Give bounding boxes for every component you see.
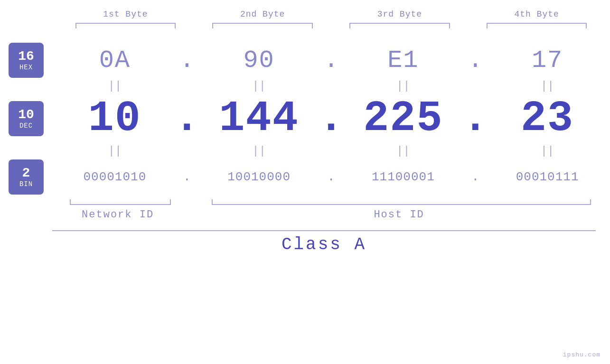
dec-dot3: . bbox=[466, 94, 485, 143]
class-section: Class A bbox=[0, 230, 610, 254]
dec-b1: 10 bbox=[52, 94, 178, 143]
byte-headers: 1st Byte 2nd Byte 3rd Byte 4th Byte bbox=[0, 9, 610, 19]
hex-b1: 0A bbox=[52, 47, 178, 75]
equals-row-2: || || || || bbox=[0, 145, 610, 158]
bin-b1: 00001010 bbox=[52, 170, 178, 184]
dec-values: 10 . 144 . 225 . 23 bbox=[52, 94, 610, 143]
bin-dot3: . bbox=[466, 170, 485, 184]
class-bracket-line bbox=[52, 230, 596, 231]
bin-row: 2 BIN 00001010 . 10010000 . 11100001 . bbox=[0, 159, 610, 195]
byte4-header: 4th Byte bbox=[478, 9, 596, 19]
hex-dot2: . bbox=[322, 47, 341, 75]
bracket-top-1 bbox=[66, 23, 185, 28]
dec-badge: 10 DEC bbox=[9, 101, 44, 136]
byte3-header: 3rd Byte bbox=[341, 9, 459, 19]
bin-dot1: . bbox=[178, 170, 197, 184]
dec-b2: 144 bbox=[197, 94, 322, 143]
bracket-network bbox=[52, 199, 188, 205]
eq2-b2: || bbox=[197, 145, 322, 158]
hex-badge-label: HEX bbox=[19, 64, 33, 71]
bin-b3: 11100001 bbox=[341, 170, 466, 184]
hex-values: 0A . 90 . E1 . 17 bbox=[52, 47, 610, 75]
eq1-b1: || bbox=[52, 80, 178, 93]
dec-badge-cell: 10 DEC bbox=[0, 101, 52, 136]
eq2-b1: || bbox=[52, 145, 178, 158]
hex-badge: 16 HEX bbox=[9, 43, 44, 78]
bracket-top-4 bbox=[478, 23, 596, 28]
eq1-b4: || bbox=[485, 80, 610, 93]
bottom-brackets bbox=[52, 199, 596, 205]
byte1-header: 1st Byte bbox=[66, 9, 185, 19]
byte2-header: 2nd Byte bbox=[204, 9, 322, 19]
bin-dot2: . bbox=[322, 170, 341, 184]
hex-dot1: . bbox=[178, 47, 197, 75]
network-id-label: Network ID bbox=[52, 209, 183, 221]
class-label-row: Class A bbox=[52, 235, 596, 254]
bin-badge-cell: 2 BIN bbox=[0, 159, 52, 195]
dec-badge-label: DEC bbox=[19, 122, 33, 130]
dec-row: 10 DEC 10 . 144 . 225 . 23 bbox=[0, 94, 610, 143]
eq1-b3: || bbox=[341, 80, 466, 93]
top-brackets bbox=[0, 23, 610, 28]
bottom-section: Network ID Host ID bbox=[0, 199, 610, 221]
hex-dot3: . bbox=[466, 47, 485, 75]
bin-badge: 2 BIN bbox=[9, 159, 44, 195]
bracket-top-2 bbox=[204, 23, 322, 28]
hex-b3: E1 bbox=[341, 47, 466, 75]
eq1-b2: || bbox=[197, 80, 322, 93]
eq2-b4: || bbox=[485, 145, 610, 158]
bin-badge-num: 2 bbox=[22, 166, 30, 181]
hex-badge-num: 16 bbox=[18, 49, 34, 64]
bracket-host bbox=[207, 199, 596, 205]
equals-row-1: || || || || bbox=[0, 80, 610, 93]
class-label: Class A bbox=[282, 235, 366, 254]
hex-b2: 90 bbox=[197, 47, 322, 75]
hex-b4: 17 bbox=[485, 47, 610, 75]
bracket-top-3 bbox=[341, 23, 459, 28]
hex-badge-cell: 16 HEX bbox=[0, 43, 52, 78]
main-container: 1st Byte 2nd Byte 3rd Byte 4th Byte 16 H… bbox=[0, 0, 610, 364]
bracket-labels: Network ID Host ID bbox=[52, 209, 596, 221]
dec-dot1: . bbox=[178, 94, 197, 143]
dec-b3: 225 bbox=[341, 94, 466, 143]
bin-badge-label: BIN bbox=[19, 180, 33, 188]
hex-row: 16 HEX 0A . 90 . E1 . 17 bbox=[0, 43, 610, 78]
bin-b4: 00010111 bbox=[485, 170, 610, 184]
dec-badge-num: 10 bbox=[18, 108, 34, 122]
dec-dot2: . bbox=[322, 94, 341, 143]
host-id-label: Host ID bbox=[202, 209, 596, 221]
watermark: ipshu.com bbox=[563, 351, 601, 358]
bin-values: 00001010 . 10010000 . 11100001 . 0001011… bbox=[52, 170, 610, 184]
eq2-b3: || bbox=[341, 145, 466, 158]
dec-b4: 23 bbox=[485, 94, 610, 143]
bin-b2: 10010000 bbox=[197, 170, 322, 184]
